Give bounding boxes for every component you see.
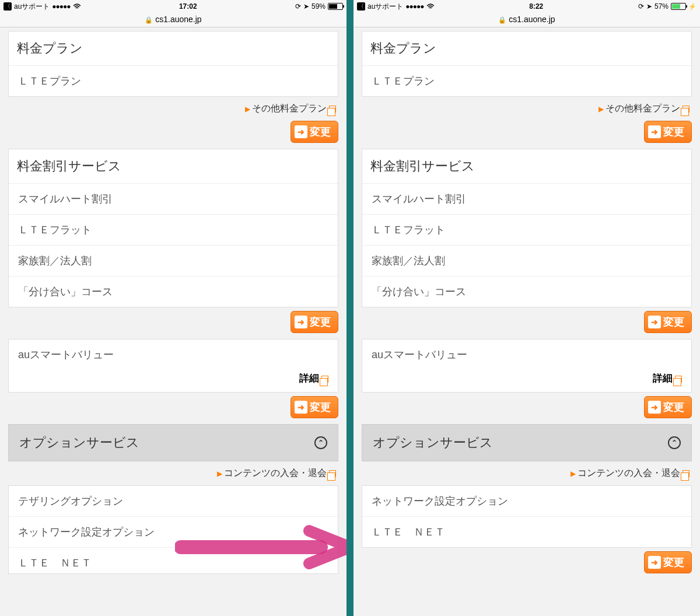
plan-header: 料金プラン xyxy=(9,32,338,66)
discount-item[interactable]: 「分け合い」コース xyxy=(9,276,338,307)
option-list: ネットワーク設定オプション ＬＴＥ ＮＥＴ xyxy=(362,485,692,548)
status-bar: 〈 auサポート ●●●●● 8:22 ⟳ ➤ 57% ⚡ xyxy=(354,0,700,13)
discount-header: 料金割引サービス xyxy=(362,149,691,184)
smartvalue-item[interactable]: auスマートバリュー xyxy=(362,340,691,370)
lock-icon: 🔒 xyxy=(498,16,506,23)
change-plan-button[interactable]: ➜変更 xyxy=(644,121,692,143)
change-discount-button[interactable]: ➜変更 xyxy=(644,311,692,333)
plan-section: 料金プラン ＬＴＥプラン xyxy=(362,31,692,97)
back-app-label[interactable]: auサポート xyxy=(14,2,50,12)
triangle-icon: ▶ xyxy=(570,470,576,478)
phone-right: 〈 auサポート ●●●●● 8:22 ⟳ ➤ 57% ⚡ 🔒 cs1.auon… xyxy=(354,0,700,616)
battery-percent: 59% xyxy=(312,2,326,10)
arrow-right-icon: ➜ xyxy=(295,401,307,414)
external-icon xyxy=(329,106,336,113)
discount-section: 料金割引サービス スマイルハート割引 ＬＴＥフラット 家族割／法人割 「分け合い… xyxy=(8,149,338,307)
change-plan-button[interactable]: ➜変更 xyxy=(290,121,338,143)
change-option-button[interactable]: ➜変更 xyxy=(644,551,692,573)
battery-icon xyxy=(328,3,343,10)
back-app-label[interactable]: auサポート xyxy=(368,2,403,12)
back-to-app-icon[interactable]: 〈 xyxy=(4,2,12,10)
arrow-right-icon: ➜ xyxy=(648,401,661,414)
page-content: 料金プラン ＬＴＥプラン ▶その他料金プラン ➜変更 料金割引サービス スマイル… xyxy=(354,27,700,616)
smartvalue-item[interactable]: auスマートバリュー xyxy=(9,340,338,370)
option-header[interactable]: オプションサービス ⌃ xyxy=(362,424,692,461)
option-item-tethering[interactable]: テザリングオプション xyxy=(9,486,338,517)
content-subscribe-link[interactable]: ▶コンテンツの入会・退会 xyxy=(8,461,338,482)
other-plans-link[interactable]: ▶その他料金プラン xyxy=(8,97,338,117)
option-item-network[interactable]: ネットワーク設定オプション xyxy=(362,486,691,517)
content-subscribe-link[interactable]: ▶コンテンツの入会・退会 xyxy=(362,461,692,482)
url-text: cs1.auone.jp xyxy=(155,15,201,24)
arrow-right-icon: ➜ xyxy=(295,125,307,138)
option-item-ltenet[interactable]: ＬＴＥ ＮＥＴ xyxy=(362,517,691,547)
location-icon: ➤ xyxy=(303,2,309,10)
discount-item[interactable]: スマイルハート割引 xyxy=(9,184,338,215)
triangle-icon: ▶ xyxy=(245,105,250,113)
smartvalue-section: auスマートバリュー 詳細 xyxy=(8,339,338,393)
wifi-icon xyxy=(73,4,81,9)
option-item-ltenet[interactable]: ＬＴＥ ＮＥＴ xyxy=(9,548,338,573)
arrow-right-icon: ➜ xyxy=(648,556,661,569)
signal-icon: ●●●●● xyxy=(405,2,424,10)
plan-item[interactable]: ＬＴＥプラン xyxy=(362,66,691,96)
plan-item[interactable]: ＬＴＥプラン xyxy=(9,66,338,96)
page-content: 料金プラン ＬＴＥプラン ▶その他料金プラン ➜変更 料金割引サービス スマイル… xyxy=(0,27,346,616)
url-text: cs1.auone.jp xyxy=(509,15,555,24)
battery-icon xyxy=(671,3,686,10)
triangle-icon: ▶ xyxy=(217,470,222,478)
discount-item[interactable]: 家族割／法人割 xyxy=(9,246,338,276)
status-time: 8:22 xyxy=(529,2,543,10)
external-icon xyxy=(329,470,336,477)
arrow-right-icon: ➜ xyxy=(648,125,661,138)
plan-header: 料金プラン xyxy=(362,32,691,66)
external-icon xyxy=(675,376,682,383)
discount-item[interactable]: ＬＴＥフラット xyxy=(362,215,691,246)
orientation-lock-icon: ⟳ xyxy=(295,2,301,10)
option-list: テザリングオプション ネットワーク設定オプション ＬＴＥ ＮＥＴ xyxy=(8,485,338,574)
chevron-up-icon[interactable]: ⌃ xyxy=(668,436,681,449)
signal-icon: ●●●●● xyxy=(52,2,70,10)
discount-item[interactable]: 家族割／法人割 xyxy=(362,246,691,276)
smartvalue-section: auスマートバリュー 詳細 xyxy=(362,339,692,393)
triangle-icon: ▶ xyxy=(598,105,604,113)
detail-link[interactable]: 詳細 xyxy=(9,369,338,392)
wifi-icon xyxy=(426,4,435,9)
status-time: 17:02 xyxy=(179,2,197,10)
discount-header: 料金割引サービス xyxy=(9,149,338,184)
discount-item[interactable]: ＬＴＥフラット xyxy=(9,215,338,246)
arrow-right-icon: ➜ xyxy=(648,316,661,328)
other-plans-link[interactable]: ▶その他料金プラン xyxy=(362,97,692,117)
phone-left: 〈 auサポート ●●●●● 17:02 ⟳ ➤ 59% 🔒 cs1.auone… xyxy=(0,0,346,616)
chevron-up-icon[interactable]: ⌃ xyxy=(314,436,327,449)
external-icon xyxy=(682,106,690,113)
option-header[interactable]: オプションサービス ⌃ xyxy=(8,424,338,461)
status-bar: 〈 auサポート ●●●●● 17:02 ⟳ ➤ 59% xyxy=(0,0,346,13)
change-smartvalue-button[interactable]: ➜変更 xyxy=(290,396,338,418)
external-icon xyxy=(321,376,328,383)
change-smartvalue-button[interactable]: ➜変更 xyxy=(644,396,692,418)
change-discount-button[interactable]: ➜変更 xyxy=(290,311,338,333)
plan-section: 料金プラン ＬＴＥプラン xyxy=(8,31,338,97)
location-icon: ➤ xyxy=(646,2,652,10)
battery-percent: 57% xyxy=(654,2,668,10)
url-bar[interactable]: 🔒 cs1.auone.jp xyxy=(0,13,346,27)
lock-icon: 🔒 xyxy=(145,16,153,23)
option-item-network[interactable]: ネットワーク設定オプション xyxy=(9,517,338,548)
detail-link[interactable]: 詳細 xyxy=(362,369,691,392)
discount-section: 料金割引サービス スマイルハート割引 ＬＴＥフラット 家族割／法人割 「分け合い… xyxy=(362,149,692,307)
discount-item[interactable]: 「分け合い」コース xyxy=(362,276,691,307)
charging-icon: ⚡ xyxy=(688,3,696,10)
arrow-right-icon: ➜ xyxy=(295,316,307,328)
orientation-lock-icon: ⟳ xyxy=(638,2,644,10)
external-icon xyxy=(682,470,690,477)
back-to-app-icon[interactable]: 〈 xyxy=(357,2,365,10)
url-bar[interactable]: 🔒 cs1.auone.jp xyxy=(354,13,700,27)
discount-item[interactable]: スマイルハート割引 xyxy=(362,184,691,215)
